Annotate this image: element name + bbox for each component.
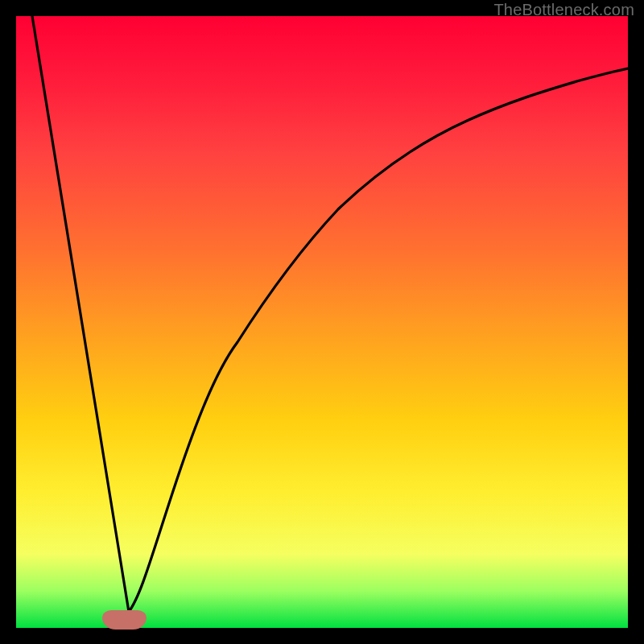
curve-layer [16, 16, 628, 628]
outer-frame: TheBottleneck.com [0, 0, 644, 644]
red-blob-marker [102, 610, 147, 630]
curve-path [32, 16, 628, 612]
